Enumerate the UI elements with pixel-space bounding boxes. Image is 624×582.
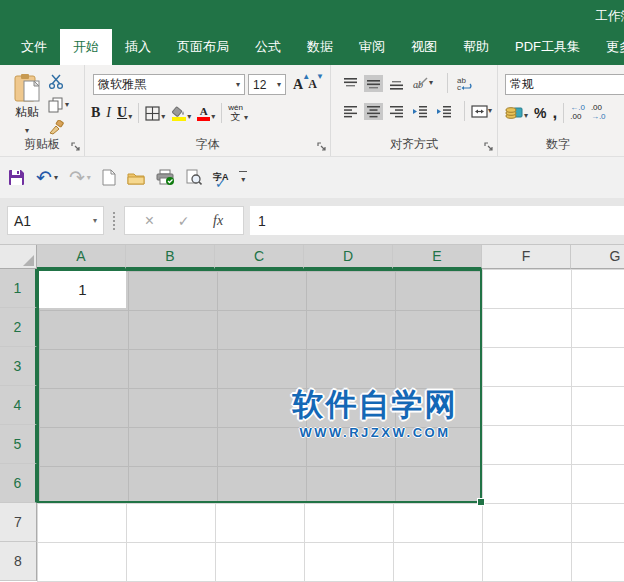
quick-print-button[interactable] (156, 169, 175, 186)
formula-value: 1 (258, 213, 266, 229)
paste-dropdown-arrow[interactable]: ▾ (25, 126, 29, 135)
format-painter-button[interactable] (48, 118, 69, 137)
tab-view[interactable]: 视图 (398, 29, 450, 65)
row-header-6[interactable]: 6 (0, 464, 37, 503)
formula-bar-splitter[interactable] (113, 212, 115, 230)
tab-home[interactable]: 开始 (60, 29, 112, 65)
redo-button[interactable]: ↷ ▾ (69, 168, 91, 187)
phonetic-guide-button[interactable]: wén 文 ▾ (228, 104, 248, 122)
tab-review[interactable]: 审阅 (346, 29, 398, 65)
formula-input[interactable]: 1 (250, 206, 624, 235)
percent-style-button[interactable]: % (534, 105, 546, 121)
tab-more-tools[interactable]: 更多工 (593, 29, 624, 65)
column-header-c[interactable]: C (215, 245, 304, 269)
align-middle-button[interactable] (364, 75, 383, 92)
font-name-combo[interactable]: 微软雅黑 ▾ (93, 74, 245, 95)
merge-center-button[interactable]: ▾ (469, 103, 494, 120)
italic-button[interactable]: I (106, 105, 111, 121)
align-top-button[interactable] (341, 75, 360, 92)
name-box[interactable]: A1 ▾ (7, 206, 104, 235)
align-center-button[interactable] (364, 103, 383, 120)
divider (447, 73, 448, 93)
column-header-b[interactable]: B (126, 245, 215, 269)
cancel-icon[interactable]: × (145, 212, 154, 230)
orientation-button[interactable]: ab ▾ (410, 74, 435, 92)
open-button[interactable] (127, 171, 145, 185)
font-color-dropdown-arrow[interactable]: ▾ (211, 113, 215, 121)
insert-function-icon[interactable]: fx (213, 213, 223, 229)
font-dialog-launcher[interactable] (317, 142, 327, 152)
column-header-d[interactable]: D (304, 245, 393, 269)
column-header-f[interactable]: F (482, 245, 571, 269)
ribbon-tab-bar: 文件 开始 插入 页面布局 公式 数据 审阅 视图 帮助 PDF工具集 更多工 (8, 29, 624, 65)
name-box-dropdown-arrow[interactable]: ▾ (93, 217, 97, 225)
fill-color-dropdown-arrow[interactable]: ▾ (187, 113, 191, 121)
phonetic-dropdown-arrow[interactable]: ▾ (244, 114, 248, 122)
merge-dropdown-arrow[interactable]: ▾ (488, 107, 492, 115)
bold-button[interactable]: B (91, 105, 100, 121)
accounting-dropdown-arrow[interactable]: ▾ (524, 112, 528, 120)
select-all-button[interactable] (0, 245, 37, 269)
underline-dropdown-arrow[interactable]: ▾ (128, 113, 132, 121)
row-header-3[interactable]: 3 (0, 347, 37, 386)
fill-color-icon (171, 106, 186, 117)
number-format-value: 常规 (510, 76, 534, 93)
row-header-1[interactable]: 1 (0, 269, 37, 308)
row-header-8[interactable]: 8 (0, 542, 37, 581)
print-preview-button[interactable] (186, 169, 202, 186)
tab-page-layout[interactable]: 页面布局 (164, 29, 242, 65)
increase-indent-button[interactable] (434, 103, 454, 120)
tab-formulas[interactable]: 公式 (242, 29, 294, 65)
comma-style-button[interactable]: , (552, 103, 557, 123)
copy-dropdown-arrow[interactable]: ▾ (65, 101, 69, 109)
font-name-dropdown-arrow[interactable]: ▾ (232, 81, 240, 89)
undo-button[interactable]: ↶ ▾ (36, 168, 58, 187)
wrap-text-button[interactable]: ab c (454, 74, 475, 93)
align-bottom-button[interactable] (387, 75, 406, 92)
row-header-5[interactable]: 5 (0, 425, 37, 464)
tab-help[interactable]: 帮助 (450, 29, 502, 65)
tab-data[interactable]: 数据 (294, 29, 346, 65)
orientation-dropdown-arrow[interactable]: ▾ (429, 79, 433, 87)
font-color-button[interactable]: A ▾ (197, 106, 215, 121)
font-size-dropdown-arrow[interactable]: ▾ (273, 81, 281, 89)
align-right-button[interactable] (387, 103, 406, 120)
row-header-7[interactable]: 7 (0, 503, 37, 542)
font-size-combo[interactable]: 12 ▾ (248, 74, 286, 95)
selection-range[interactable]: 1 (37, 269, 482, 503)
undo-dropdown-arrow[interactable]: ▾ (54, 174, 58, 182)
row-header-4[interactable]: 4 (0, 386, 37, 425)
grow-font-button[interactable]: A▲ (293, 77, 303, 93)
increase-decimal-button[interactable]: ←.0 .00 (570, 104, 585, 122)
customize-qat-button[interactable]: ▾ (239, 171, 247, 184)
underline-button[interactable]: U▾ (117, 105, 132, 121)
shrink-font-button[interactable]: A▼ (308, 77, 317, 92)
redo-icon: ↷ (69, 168, 85, 187)
enter-icon[interactable]: ✓ (178, 213, 190, 229)
accounting-format-button[interactable]: ▾ (505, 106, 528, 120)
decrease-indent-button[interactable] (410, 103, 430, 120)
spelling-button[interactable]: 字A ✓ (213, 171, 229, 184)
tab-file[interactable]: 文件 (8, 29, 60, 65)
row-header-2[interactable]: 2 (0, 308, 37, 347)
paste-button[interactable]: 粘贴 ▾ (8, 73, 46, 136)
borders-button[interactable]: ▾ (145, 106, 165, 121)
tab-insert[interactable]: 插入 (112, 29, 164, 65)
alignment-dialog-launcher[interactable] (484, 142, 494, 152)
cut-button[interactable] (48, 72, 69, 91)
column-header-a[interactable]: A (37, 245, 126, 269)
align-left-button[interactable] (341, 103, 360, 120)
decrease-decimal-button[interactable]: .00 →.0 (591, 104, 606, 122)
active-cell-a1[interactable]: 1 (39, 271, 126, 308)
tab-pdf-tools[interactable]: PDF工具集 (502, 29, 593, 65)
column-header-g[interactable]: G (571, 245, 624, 269)
fill-color-button[interactable]: ▾ (171, 106, 191, 121)
new-document-button[interactable] (102, 169, 116, 186)
column-header-e[interactable]: E (393, 245, 482, 269)
number-format-combo[interactable]: 常规 (505, 74, 624, 95)
copy-button[interactable]: ▾ (48, 95, 69, 114)
fill-handle[interactable] (477, 498, 485, 506)
save-button[interactable] (8, 169, 25, 186)
clipboard-dialog-launcher[interactable] (71, 142, 81, 152)
borders-dropdown-arrow[interactable]: ▾ (161, 113, 165, 121)
